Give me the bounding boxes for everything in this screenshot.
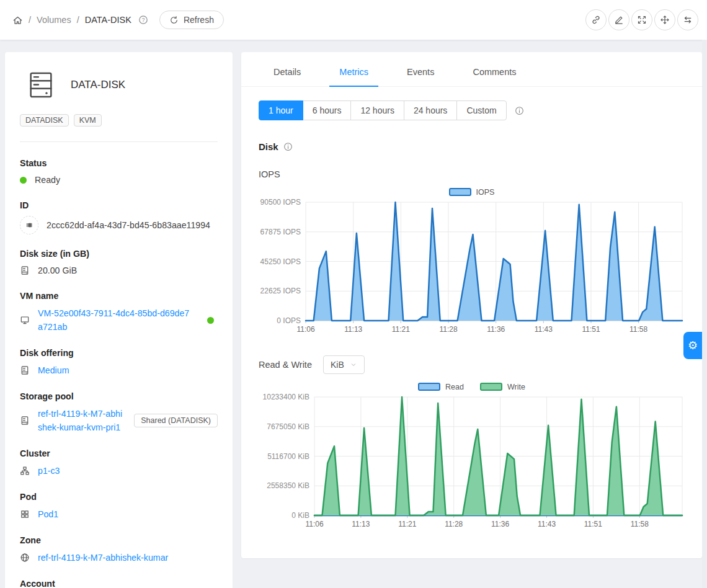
legend-swatch xyxy=(418,383,440,391)
time-range-12-hours[interactable]: 12 hours xyxy=(350,100,404,120)
tab-events[interactable]: Events xyxy=(397,58,444,86)
section-label: Storage pool xyxy=(20,391,218,401)
refresh-icon xyxy=(169,16,179,25)
page-content: DATA-DISK DATADISKKVM StatusReadyID2ccc6… xyxy=(0,40,707,588)
section-label: Disk offering xyxy=(20,348,218,358)
readwrite-row: Read & Write KiB xyxy=(259,355,685,374)
monitor-icon xyxy=(20,315,30,325)
section-value-row: 20.00 GiB xyxy=(20,264,218,277)
section-link[interactable]: p1-c3 xyxy=(38,464,60,478)
section-status: StatusReady xyxy=(20,158,218,186)
home-icon[interactable] xyxy=(12,15,23,25)
iops-chart[interactable]: 0 IOPS22625 IOPS45250 IOPS67875 IOPS9050… xyxy=(259,198,685,337)
resource-sidebar: DATA-DISK DATADISKKVM StatusReadyID2ccc6… xyxy=(5,52,233,588)
time-range-6-hours[interactable]: 6 hours xyxy=(303,100,352,120)
drag-icon xyxy=(660,15,670,25)
section-label: Pod xyxy=(20,492,218,502)
legend-item-write[interactable]: Write xyxy=(480,383,525,391)
legend-label: Write xyxy=(507,383,525,391)
unit-select-value: KiB xyxy=(331,360,344,370)
legend-swatch xyxy=(449,188,471,196)
top-bar: / Volumes / DATA-DISK ? Refresh xyxy=(0,0,707,40)
tab-comments[interactable]: Comments xyxy=(463,58,526,86)
svg-text:45250 IOPS: 45250 IOPS xyxy=(260,257,301,266)
disk-heading-label: Disk xyxy=(259,141,278,152)
shared-badge: Shared (DATADISK) xyxy=(134,414,218,427)
time-range-custom[interactable]: Custom xyxy=(456,100,506,120)
time-range-24-hours[interactable]: 24 hours xyxy=(404,100,457,120)
svg-text:?: ? xyxy=(142,17,145,23)
iops-legend: IOPS xyxy=(259,187,685,197)
edit-button[interactable] xyxy=(608,9,629,30)
fullscreen-button[interactable] xyxy=(631,9,652,30)
time-range-bar: 1 hour6 hours12 hours24 hoursCustom xyxy=(259,100,685,120)
svg-text:11:06: 11:06 xyxy=(296,325,314,334)
breadcrumb-separator: / xyxy=(77,15,79,25)
section-disk-size-in-gb-: Disk size (in GB)20.00 GiB xyxy=(20,249,218,277)
svg-text:11:28: 11:28 xyxy=(439,325,457,334)
section-label: VM name xyxy=(20,291,218,301)
tab-metrics[interactable]: Metrics xyxy=(329,58,378,86)
section-label: Disk size (in GB) xyxy=(20,249,218,259)
tag-kvm: KVM xyxy=(74,114,102,127)
svg-text:67875 IOPS: 67875 IOPS xyxy=(260,228,301,236)
section-link[interactable]: Medium xyxy=(38,363,69,377)
unit-select[interactable]: KiB xyxy=(323,355,365,374)
svg-text:11:43: 11:43 xyxy=(538,520,556,528)
svg-text:11:21: 11:21 xyxy=(398,520,416,528)
scrollbar[interactable] xyxy=(702,40,707,588)
disk-icon xyxy=(20,416,30,425)
time-range-1-hour[interactable]: 1 hour xyxy=(259,100,303,120)
breadcrumb-volumes[interactable]: Volumes xyxy=(37,15,71,25)
disk-icon xyxy=(20,365,30,375)
section-value-row: Ready xyxy=(20,174,218,186)
svg-text:11:28: 11:28 xyxy=(445,520,463,528)
details-panel: DetailsMetricsEventsComments 1 hour6 hou… xyxy=(241,52,702,558)
help-icon[interactable]: ? xyxy=(138,15,148,25)
drag-button[interactable] xyxy=(654,9,675,30)
link-icon xyxy=(591,15,601,25)
section-label: Zone xyxy=(20,535,218,545)
cluster-icon xyxy=(20,466,30,476)
info-icon[interactable] xyxy=(515,106,524,115)
section-link[interactable]: Pod1 xyxy=(38,507,58,521)
section-link[interactable]: VM-52e00f43-7911-4dc4-85bd-d69de7a721ab xyxy=(38,306,193,334)
readwrite-label: Read & Write xyxy=(259,360,312,370)
link-button[interactable] xyxy=(585,9,607,30)
chevron-down-icon xyxy=(350,361,357,368)
section-label: Account xyxy=(20,579,218,588)
breadcrumb-separator: / xyxy=(29,15,31,25)
section-link[interactable]: ref-trl-4119-k-M7-abhishek-kumar-kvm-pri… xyxy=(38,407,125,434)
legend-item-iops[interactable]: IOPS xyxy=(449,188,495,197)
legend-label: IOPS xyxy=(476,188,495,197)
resource-title-row: DATA-DISK xyxy=(30,72,218,98)
svg-text:11:13: 11:13 xyxy=(344,325,362,334)
section-value-row: ref-trl-4119-k-M7-abhishek-kumar xyxy=(20,551,218,564)
action-bar xyxy=(585,9,698,30)
svg-text:7675050 KiB: 7675050 KiB xyxy=(267,422,309,431)
settings-gear-button[interactable]: ⚙ xyxy=(683,332,702,359)
svg-text:5116700 KiB: 5116700 KiB xyxy=(267,452,309,461)
section-label: Cluster xyxy=(20,448,218,458)
section-account: Accountadmin xyxy=(20,579,218,588)
svg-text:2558350 KiB: 2558350 KiB xyxy=(267,481,309,490)
swap-button[interactable] xyxy=(677,9,698,30)
section-storage-pool: Storage poolref-trl-4119-k-M7-abhishek-k… xyxy=(20,391,218,434)
disk-icon xyxy=(20,265,30,275)
status-text: Ready xyxy=(35,175,60,185)
readwrite-chart[interactable]: 0 KiB2558350 KiB5116700 KiB7675050 KiB10… xyxy=(259,393,685,532)
section-text: 20.00 GiB xyxy=(38,265,77,275)
section-value-row: Medium xyxy=(20,363,218,377)
svg-text:11:06: 11:06 xyxy=(305,520,323,528)
svg-text:11:36: 11:36 xyxy=(491,520,509,528)
refresh-button[interactable]: Refresh xyxy=(159,11,224,29)
tags-row: DATADISKKVM xyxy=(20,114,218,127)
legend-item-read[interactable]: Read xyxy=(418,383,464,391)
readwrite-legend: ReadWrite xyxy=(259,381,685,392)
svg-text:11:51: 11:51 xyxy=(582,325,600,334)
section-link[interactable]: ref-trl-4119-k-M7-abhishek-kumar xyxy=(38,551,168,564)
tab-details[interactable]: Details xyxy=(264,58,311,86)
info-icon[interactable] xyxy=(283,142,293,151)
section-value-row: Pod1 xyxy=(20,507,218,521)
breadcrumb-current: DATA-DISK xyxy=(85,15,131,25)
